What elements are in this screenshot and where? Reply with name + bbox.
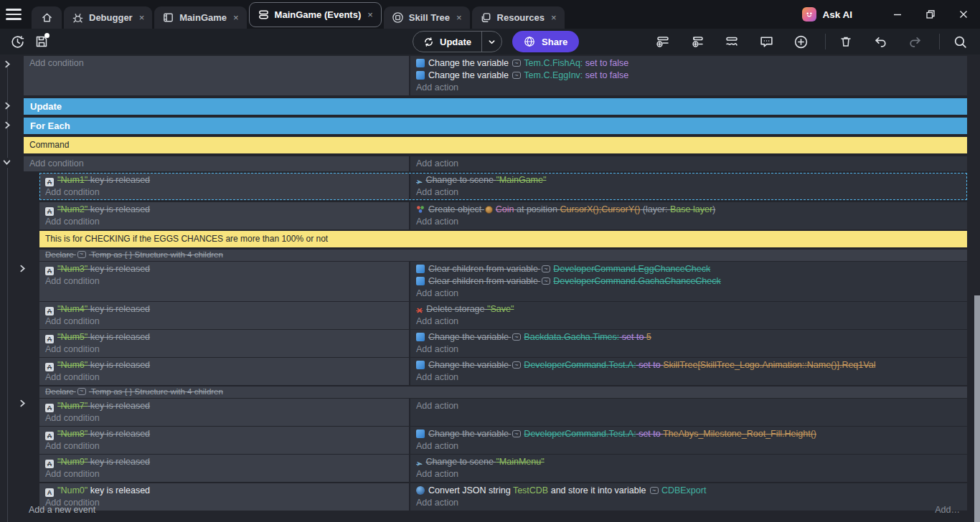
- event-row[interactable]: A"Num0" key is releasedAdd conditionConv…: [39, 483, 967, 511]
- add-action-placeholder[interactable]: Add action: [416, 468, 967, 480]
- expand-chevron-icon[interactable]: [4, 121, 12, 130]
- conditions-column[interactable]: A"Num5" key is releasedAdd condition: [39, 330, 409, 357]
- save-button[interactable]: [32, 32, 52, 52]
- conditions-column[interactable]: A"Num6" key is releasedAdd condition: [39, 358, 409, 385]
- event-row[interactable]: A"Num4" key is releasedAdd condition✕Del…: [39, 302, 967, 329]
- event-row[interactable]: A"Num2" key is releasedAdd conditionCrea…: [39, 202, 967, 229]
- add-condition-placeholder[interactable]: Add condition: [45, 275, 409, 288]
- delete-button[interactable]: [836, 32, 856, 52]
- conditions-column[interactable]: A"Num3" key is releasedAdd condition: [39, 262, 409, 301]
- event-row[interactable]: A"Num7" key is releasedAdd conditionAdd …: [39, 399, 967, 426]
- event-row[interactable]: Add conditionAdd action: [24, 156, 967, 171]
- add-event-button[interactable]: [653, 32, 673, 52]
- conditions-column[interactable]: A"Num1" key is releasedAdd condition: [39, 173, 409, 200]
- conditions-column[interactable]: A"Num2" key is releasedAdd condition: [39, 202, 409, 229]
- close-tab-icon[interactable]: ×: [367, 9, 373, 20]
- add-action-placeholder[interactable]: Add action: [416, 497, 967, 509]
- event-instruction[interactable]: ➤Change to scene "MainGame": [416, 174, 967, 186]
- event-row[interactable]: A"Num9" key is releasedAdd condition➤Cha…: [39, 455, 967, 482]
- event-row[interactable]: Add conditionChange the variable Tem.C.F…: [24, 56, 967, 95]
- close-tab-icon[interactable]: ×: [233, 12, 239, 23]
- add-action-placeholder[interactable]: Add action: [416, 440, 967, 452]
- event-row[interactable]: A"Num1" key is releasedAdd condition➤Cha…: [39, 173, 967, 200]
- actions-column[interactable]: Change the variable Tem.C.FishAq: set to…: [410, 56, 967, 95]
- close-tab-icon[interactable]: ×: [139, 12, 145, 23]
- add-condition-placeholder[interactable]: Add condition: [45, 440, 409, 452]
- collapse-chevron-icon[interactable]: [3, 158, 11, 167]
- add-condition-placeholder[interactable]: Add condition: [29, 158, 409, 170]
- minimize-button[interactable]: [881, 0, 914, 29]
- event-instruction[interactable]: Change the variable Tem.C.FishAq: set to…: [416, 57, 967, 70]
- add-condition-placeholder[interactable]: Add condition: [45, 371, 409, 384]
- event-instruction[interactable]: ✕Delete storage "Save": [416, 303, 967, 315]
- actions-column[interactable]: Add action: [410, 156, 967, 171]
- event-instruction[interactable]: A"Num5" key is released: [45, 331, 409, 343]
- event-row[interactable]: A"Num3" key is releasedAdd conditionClea…: [39, 262, 967, 301]
- maximize-button[interactable]: [914, 0, 947, 29]
- comment-row[interactable]: This is for CHECKING if the EGGS CHANCES…: [39, 231, 967, 247]
- comment-row[interactable]: Command: [24, 137, 967, 153]
- add-condition-placeholder[interactable]: Add condition: [45, 343, 409, 356]
- add-action-placeholder[interactable]: Add action: [416, 216, 967, 228]
- conditions-column[interactable]: A"Num8" key is releasedAdd condition: [39, 427, 409, 454]
- event-instruction[interactable]: A"Num1" key is released: [45, 174, 409, 186]
- event-instruction[interactable]: Convert JSON string TestCDB and store it…: [416, 485, 967, 497]
- actions-column[interactable]: Clear children from variable DeveloperCo…: [410, 262, 967, 301]
- event-instruction[interactable]: Clear children from variable DeveloperCo…: [416, 263, 967, 275]
- group-header[interactable]: Update: [24, 98, 967, 115]
- group-header[interactable]: For Each: [24, 118, 967, 134]
- event-instruction[interactable]: Declare Temp as { } Structure with 4 chi…: [45, 250, 967, 260]
- event-instruction[interactable]: A"Num8" key is released: [45, 428, 409, 440]
- event-instruction[interactable]: Change the variable DeveloperCommand.Tes…: [416, 428, 967, 440]
- add-other-event-button[interactable]: [722, 32, 742, 52]
- add-subevent-button[interactable]: [687, 32, 707, 52]
- actions-column[interactable]: Change the variable Backdata.Gacha.Times…: [410, 330, 967, 357]
- vertical-scrollbar[interactable]: [974, 295, 980, 522]
- share-button[interactable]: Share: [512, 31, 579, 52]
- add-condition-placeholder[interactable]: Add condition: [45, 186, 409, 199]
- tab-debugger[interactable]: Debugger ×: [64, 6, 152, 29]
- actions-column[interactable]: ➤Change to scene "MainMenu"Add action: [410, 455, 967, 482]
- add-action-placeholder[interactable]: Add action: [416, 288, 967, 300]
- close-tab-icon[interactable]: ×: [456, 12, 462, 23]
- add-condition-placeholder[interactable]: Add condition: [45, 497, 409, 509]
- event-instruction[interactable]: ➤Change to scene "MainMenu": [416, 456, 967, 468]
- event-instruction[interactable]: A"Num4" key is released: [45, 303, 409, 315]
- actions-column[interactable]: Add action: [410, 399, 967, 426]
- close-tab-icon[interactable]: ×: [551, 12, 557, 23]
- expand-chevron-icon[interactable]: [4, 102, 12, 110]
- update-split-button[interactable]: Update: [413, 31, 502, 52]
- conditions-column[interactable]: A"Num7" key is releasedAdd condition: [39, 399, 409, 426]
- add-condition-placeholder[interactable]: Add condition: [45, 468, 409, 480]
- add-condition-placeholder[interactable]: Add condition: [29, 57, 409, 70]
- add-condition-placeholder[interactable]: Add condition: [45, 315, 409, 328]
- add-action-placeholder[interactable]: Add action: [416, 186, 967, 199]
- actions-column[interactable]: Create object Coin at position CursorX()…: [410, 202, 967, 229]
- conditions-column[interactable]: A"Num4" key is releasedAdd condition: [39, 302, 409, 329]
- add-action-placeholder[interactable]: Add action: [416, 82, 967, 94]
- event-instruction[interactable]: Clear children from variable DeveloperCo…: [416, 275, 967, 288]
- actions-column[interactable]: Change the variable DeveloperCommand.Tes…: [410, 358, 967, 385]
- conditions-column[interactable]: Add condition: [24, 156, 409, 171]
- event-instruction[interactable]: A"Num0" key is released: [45, 485, 409, 497]
- search-button[interactable]: [950, 32, 970, 52]
- tab-skill-tree[interactable]: Skill Tree ×: [384, 6, 470, 29]
- tab-resources[interactable]: Resources ×: [472, 6, 565, 29]
- actions-column[interactable]: Change the variable DeveloperCommand.Tes…: [410, 427, 967, 454]
- event-instruction[interactable]: Declare Temp as { } Structure with 4 chi…: [45, 386, 967, 397]
- tab-maingame-events[interactable]: MainGame (Events) ×: [249, 2, 382, 27]
- event-row[interactable]: A"Num6" key is releasedAdd conditionChan…: [39, 358, 967, 385]
- tab-home[interactable]: [32, 6, 62, 29]
- update-dropdown-button[interactable]: [481, 32, 501, 52]
- conditions-column[interactable]: Add condition: [24, 56, 409, 95]
- add-more-button[interactable]: Add…: [935, 505, 960, 515]
- ask-ai-button[interactable]: Ask AI: [802, 7, 852, 22]
- event-instruction[interactable]: Change the variable Tem.C.EggInv: set to…: [416, 70, 967, 82]
- event-instruction[interactable]: A"Num7" key is released: [45, 400, 409, 412]
- add-condition-placeholder[interactable]: Add condition: [45, 412, 409, 424]
- actions-column[interactable]: ✕Delete storage "Save"Add action: [410, 302, 967, 329]
- local-variables-declaration[interactable]: Declare Temp as { } Structure with 4 chi…: [39, 386, 967, 398]
- event-instruction[interactable]: Change the variable DeveloperCommand.Tes…: [416, 359, 967, 371]
- event-instruction[interactable]: A"Num2" key is released: [45, 204, 409, 216]
- conditions-column[interactable]: A"Num9" key is releasedAdd condition: [39, 455, 409, 482]
